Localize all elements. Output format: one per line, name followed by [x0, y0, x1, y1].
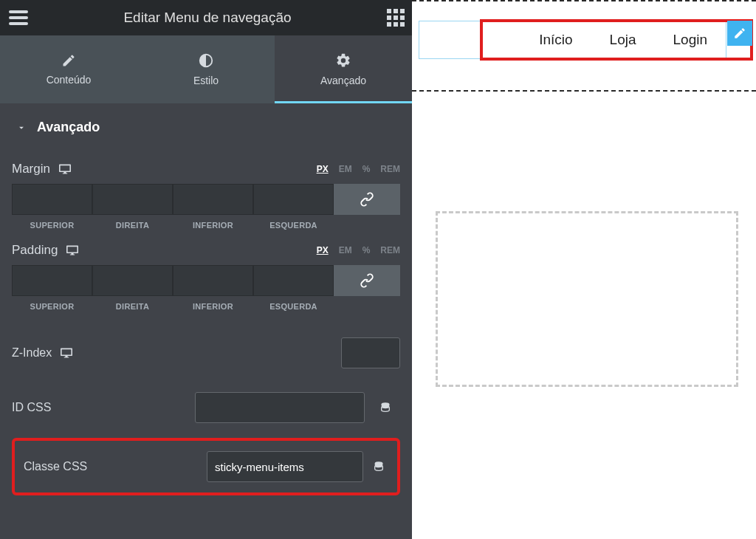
- unit-em[interactable]: EM: [339, 245, 352, 255]
- padding-top-input[interactable]: [12, 265, 92, 296]
- database-icon: [379, 401, 391, 414]
- empty-section-placeholder[interactable]: [436, 211, 738, 387]
- padding-left-input[interactable]: [253, 265, 334, 296]
- panel-header: Editar Menu de navegação: [0, 0, 412, 35]
- idcss-input[interactable]: [195, 392, 365, 423]
- contrast-icon: [198, 52, 214, 69]
- padding-right-input[interactable]: [92, 265, 173, 296]
- section-advanced-header[interactable]: Avançado: [0, 103, 412, 150]
- unit-rem[interactable]: REM: [380, 164, 400, 174]
- desktop-icon[interactable]: [59, 347, 74, 359]
- margin-left-input[interactable]: [253, 184, 334, 215]
- pencil-icon: [61, 53, 76, 68]
- link-icon: [359, 272, 375, 289]
- link-icon: [359, 191, 375, 207]
- padding-label: Padding: [12, 243, 58, 258]
- padding-control: Padding PX EM % REM SUPERIOR DIREITA INF…: [12, 231, 400, 312]
- unit-pct[interactable]: %: [362, 164, 371, 174]
- zindex-input[interactable]: [341, 337, 400, 368]
- margin-bottom-input[interactable]: [173, 184, 253, 215]
- tab-content[interactable]: Conteúdo: [0, 35, 137, 103]
- padding-link-toggle[interactable]: [334, 265, 400, 296]
- margin-control: Margin PX EM % REM SUPERIOR DIREITA INFE…: [12, 150, 400, 231]
- editor-panel: Editar Menu de navegação Conteúdo Estilo…: [0, 0, 412, 539]
- desktop-icon[interactable]: [58, 163, 72, 175]
- margin-link-toggle[interactable]: [334, 184, 400, 215]
- pencil-icon: [733, 27, 746, 40]
- unit-px[interactable]: PX: [317, 245, 329, 255]
- idcss-dynamic-icon[interactable]: [371, 394, 400, 421]
- apps-grid-icon[interactable]: [387, 9, 405, 27]
- edit-widget-button[interactable]: [727, 21, 752, 46]
- panel-title: Editar Menu de navegação: [28, 10, 387, 26]
- tab-style[interactable]: Estilo: [137, 35, 275, 103]
- unit-pct[interactable]: %: [362, 245, 371, 255]
- margin-right-input[interactable]: [92, 184, 173, 215]
- classecss-label: Classe CSS: [24, 460, 87, 473]
- classecss-input[interactable]: [207, 451, 363, 482]
- gear-icon: [335, 52, 351, 69]
- classecss-highlight: Classe CSS: [12, 438, 400, 495]
- caret-down-icon: [16, 123, 27, 133]
- unit-em[interactable]: EM: [339, 164, 352, 174]
- margin-label: Margin: [12, 162, 50, 176]
- zindex-label: Z-Index: [12, 346, 52, 360]
- padding-bottom-input[interactable]: [173, 265, 253, 296]
- preview-canvas: Início Loja Login: [412, 0, 756, 539]
- database-icon: [373, 460, 385, 473]
- menu-icon[interactable]: [9, 10, 28, 25]
- widget-highlight: [480, 19, 753, 61]
- unit-px[interactable]: PX: [317, 164, 329, 174]
- margin-top-input[interactable]: [12, 184, 92, 215]
- unit-rem[interactable]: REM: [380, 245, 400, 255]
- idcss-label: ID CSS: [12, 401, 51, 414]
- desktop-icon[interactable]: [65, 244, 80, 256]
- tab-advanced[interactable]: Avançado: [275, 35, 412, 103]
- classecss-dynamic-icon[interactable]: [369, 453, 388, 480]
